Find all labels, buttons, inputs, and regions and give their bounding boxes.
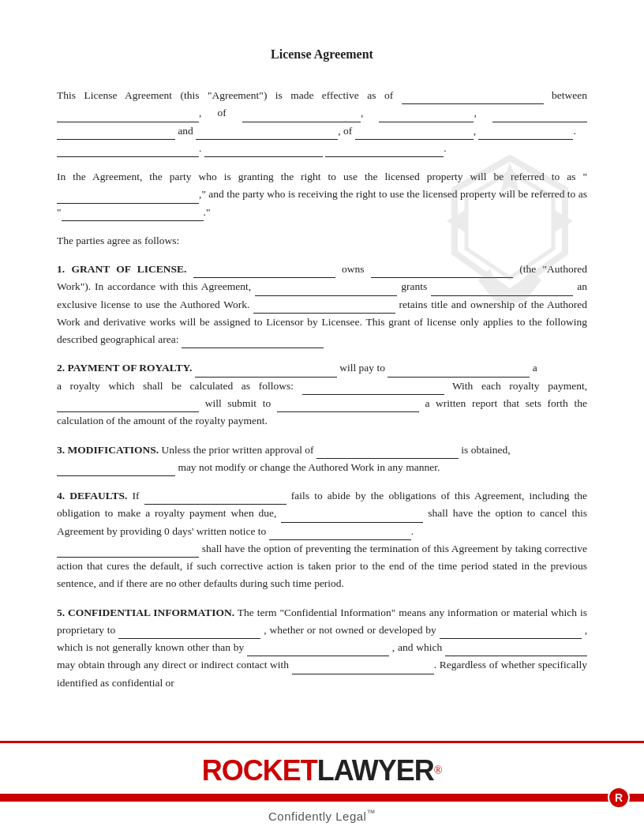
- agreement-roles-paragraph: In the Agreement, the party who is grant…: [57, 168, 587, 221]
- blank-conf-obtainer: [445, 645, 587, 656]
- mod-text-1: Unless the prior written approval of: [162, 444, 314, 456]
- blank-geo-area: [182, 337, 324, 348]
- payment-text-4: will submit to: [205, 397, 271, 409]
- blank-party1: [57, 111, 199, 122]
- blank-conf-contact: [292, 663, 434, 674]
- logo-rocket-text: ROCKET: [202, 754, 317, 787]
- section-2-title: 2. PAYMENT OF ROYALTY.: [57, 362, 192, 374]
- payment-text-2a: a: [533, 362, 537, 374]
- blank-royalty-calc: [302, 384, 444, 395]
- blank-licensor-name: [57, 193, 199, 204]
- blank-party2: [196, 129, 338, 140]
- blank-defaulter: [144, 494, 286, 505]
- blank-party2-extra1: [204, 146, 323, 157]
- parties-agree-text: The parties agree as follows:: [57, 232, 587, 250]
- blank-conf-owner: [118, 628, 260, 639]
- payment-text-2: a royalty which shall be calculated as f…: [57, 380, 294, 392]
- blank-party1-city: [379, 111, 474, 122]
- section-1-title: 1. GRANT OF LICENSE.: [57, 263, 186, 275]
- blank-conf-knower: [247, 645, 389, 656]
- section-5-confidential: 5. CONFIDENTIAL INFORMATION. The term "C…: [57, 604, 587, 692]
- blank-conf-developer: [440, 628, 582, 639]
- payment-text-3: With each royalty payment,: [452, 380, 587, 392]
- footer: ROCKETLAWYER® R Confidently Legal™: [0, 741, 644, 834]
- section-3-title: 3. MODIFICATIONS.: [57, 444, 159, 456]
- tagline-text: Confidently Legal: [268, 810, 366, 823]
- blank-party2-extra2: [325, 146, 444, 157]
- document-title: License Agreement: [57, 47, 587, 62]
- r-letter: R: [615, 791, 623, 804]
- blank-licensor-1: [193, 267, 335, 278]
- rocket-lawyer-logo: ROCKETLAWYER®: [202, 754, 443, 787]
- section-3-modifications: 3. MODIFICATIONS. Unless the prior writt…: [57, 441, 587, 477]
- blank-party2-address: [355, 129, 474, 140]
- conf-text-4: , and which: [392, 641, 442, 653]
- conf-text-5: may obtain through any direct or indirec…: [57, 659, 289, 671]
- blank-party1-address: [242, 111, 361, 122]
- section-4-title: 4. DEFAULTS.: [57, 490, 127, 502]
- document-page: License Agreement This License Agreement…: [0, 0, 644, 834]
- grant-text-1: owns: [342, 263, 365, 275]
- section-2-royalty: 2. PAYMENT OF ROYALTY. will pay to a a r…: [57, 359, 587, 430]
- blank-cure-party: [57, 547, 199, 558]
- blank-mod-approver: [316, 448, 459, 459]
- blank-mod-licensee: [57, 465, 175, 476]
- conf-text-2: , whether or not owned or developed by: [264, 624, 436, 636]
- mod-text-2: is obtained,: [461, 444, 510, 456]
- tagline-tm: ™: [366, 808, 376, 817]
- blank-notice-recipient: [269, 529, 411, 540]
- blank-report-recipient: [277, 401, 419, 412]
- blank-licensor-2: [255, 285, 397, 296]
- defaults-text-1: If: [133, 490, 140, 502]
- document-content: License Agreement This License Agreement…: [0, 0, 644, 692]
- blank-party2-state: [57, 146, 199, 157]
- blank-payer: [195, 366, 337, 378]
- payment-text-1: will pay to: [339, 362, 385, 374]
- tagline-bar: Confidently Legal™: [0, 802, 644, 834]
- blank-party2-city: [478, 129, 573, 140]
- red-bar: R: [0, 794, 644, 802]
- blank-cancel-party: [281, 512, 423, 523]
- blank-party1-zip: [57, 129, 175, 140]
- blank-submitter: [57, 401, 199, 412]
- section-4-defaults: 4. DEFAULTS. If fails to abide by the ob…: [57, 487, 587, 593]
- blank-payee: [388, 366, 530, 378]
- section-1-grant: 1. GRANT OF LICENSE. owns (the "Authored…: [57, 261, 587, 348]
- mod-text-3: may not modify or change the Authored Wo…: [178, 461, 440, 473]
- intro-text: This License Agreement (this "Agreement"…: [57, 89, 393, 101]
- blank-effective-date: [402, 93, 544, 104]
- blank-work-name: [371, 267, 513, 278]
- r-icon: R: [608, 787, 630, 809]
- logo-bar: ROCKETLAWYER®: [0, 741, 644, 794]
- section-5-title: 5. CONFIDENTIAL INFORMATION.: [57, 607, 234, 618]
- intro-paragraph: This License Agreement (this "Agreement"…: [57, 87, 587, 157]
- logo-lawyer-text: LAWYER: [317, 754, 434, 787]
- logo-registered-mark: ®: [434, 764, 443, 777]
- blank-party1-state: [492, 111, 587, 122]
- blank-licensee-name: [62, 210, 204, 221]
- blank-licensee-1: [431, 285, 573, 296]
- blank-licensor-3: [253, 302, 395, 314]
- grant-text-3: grants: [401, 280, 427, 292]
